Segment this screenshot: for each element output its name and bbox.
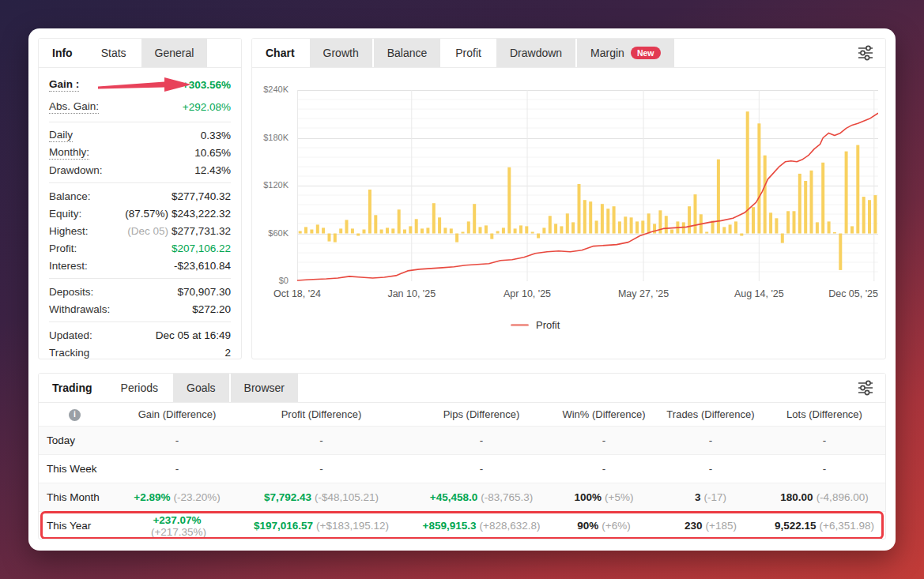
stat-label: Highest: [49,225,89,237]
profit-chart: $0$60K$120K$180K$240K Oct 18, '24Jan 10,… [252,68,885,359]
stat-row-gain: Gain :+303.56% [49,73,231,96]
table-row-this-week: This Week------ [39,454,885,483]
cell-value: +45,458.0 [430,491,477,503]
tabbar-spacer [676,39,886,67]
cell-difference: (-17) [704,491,727,503]
stat-value-prefix: (87.57%) [125,208,168,220]
tab-general[interactable]: General [141,39,208,67]
table-cell: - [762,434,886,446]
stat-label: Daily [49,129,73,142]
periods-table: iGain (Difference)Profit (Difference)Pip… [39,403,885,540]
tab-label: Growth [323,47,359,59]
stat-value: +292.08% [183,101,231,113]
y-axis-tick: $240K [252,85,289,94]
x-axis: Oct 18, '24Jan 10, '25Apr 10, '25May 27,… [297,288,878,301]
cell-value: - [480,434,484,446]
stat-group: Gain :+303.56%Abs. Gain:+292.08% [49,73,231,118]
tab-label: Goals [187,382,216,394]
cell-difference: (-$48,105.21) [315,491,379,503]
cell-value: - [602,434,606,446]
profit-line [297,113,878,280]
table-cell: - [228,434,414,446]
tab-drawdown[interactable]: Drawdown [496,39,575,67]
period-label: This Year [39,520,126,532]
stat-value: 2 [224,347,231,359]
stat-row-monthly: Monthly:10.65% [49,144,231,161]
table-cell: - [228,463,414,475]
chart-panel: ChartGrowthBalanceProfitDrawdownMarginNe… [251,38,886,359]
tab-label: Margin [590,47,624,59]
info-icon[interactable]: i [69,409,81,421]
stat-group: Updated:Dec 05 at 16:49Tracking2 [49,321,231,359]
tab-growth[interactable]: Growth [310,39,372,67]
period-label: This Month [39,491,126,503]
cell-difference: (+$183,195.12) [316,520,389,532]
tab-label: General [155,47,194,59]
stat-row-balance: Balance:$277,740.32 [49,187,231,205]
stat-value: 12.43% [194,164,231,176]
chart-settings-sliders-icon[interactable] [856,43,875,62]
tab-chart[interactable]: Chart [252,39,308,67]
cell-value: - [480,463,484,475]
cell-value: - [319,434,323,446]
table-row-this-year: This Year+237.07%(+217.35%)$197,016.57(+… [39,511,885,540]
table-settings-sliders-icon[interactable] [856,378,875,397]
stat-value-prefix: (Dec 05) [127,225,168,237]
table-cell: - [659,434,762,446]
cell-difference: (+185) [706,520,737,532]
tab-profit[interactable]: Profit [442,39,495,67]
stat-value: $272.20 [192,303,231,315]
cell-difference: (+5%) [605,491,633,503]
tab-label: Stats [101,47,126,59]
y-axis-tick: $60K [252,228,289,238]
cell-value: 9,522.15 [775,520,817,532]
periods-tabbar: TradingPeriodsGoalsBrowser [39,374,885,403]
table-header-row: iGain (Difference)Profit (Difference)Pip… [39,403,885,426]
new-badge: New [631,47,661,59]
tab-goals[interactable]: Goals [173,374,229,402]
cell-value: - [175,434,179,446]
x-axis-tick: Jan 10, '25 [387,288,436,299]
stats-tabbar: InfoStatsGeneral [39,39,241,68]
tab-periods[interactable]: Periods [107,374,172,402]
legend-line-swatch [511,324,529,326]
tab-balance[interactable]: Balance [374,39,441,67]
stat-label: Updated: [49,329,92,341]
cell-value: $197,016.57 [254,520,313,532]
tabbar-spacer [300,374,885,402]
table-row-this-month: This Month+2.89%(-23.20%)$7,792.43(-$48,… [39,483,885,511]
x-axis-tick: Dec 05, '25 [828,288,878,299]
stat-label: Gain : [49,78,79,92]
cell-value: 3 [695,491,701,503]
table-cell: - [414,463,549,475]
table-cell: 180.00(-4,896.00) [762,491,886,503]
stat-label: Interest: [49,260,88,272]
column-header-win: Win% (Difference) [549,408,659,420]
table-cell: +2.89%(-23.20%) [126,491,228,503]
column-header-lots: Lots (Difference) [762,408,886,420]
period-label: This Week [39,463,126,475]
table-cell: - [762,463,886,475]
tab-stats[interactable]: Stats [88,39,140,67]
cell-value: +237.07% [153,514,201,526]
table-cell: +859,915.3(+828,632.8) [414,520,549,532]
tab-margin[interactable]: MarginNew [577,39,673,67]
table-cell: 3(-17) [659,491,762,503]
stat-row-abs-gain: Abs. Gain:+292.08% [49,96,231,118]
stat-row-deposits: Deposits:$70,907.30 [49,283,231,300]
x-axis-tick: Apr 10, '25 [503,288,551,299]
stat-value: $70,907.30 [177,286,231,298]
cell-value: - [602,463,606,475]
stat-row-profit: Profit:$207,106.22 [49,239,231,257]
tab-trading[interactable]: Trading [39,374,106,402]
cell-value: +859,915.3 [423,520,477,532]
profit-bars [299,111,877,270]
table-cell: - [549,434,659,446]
x-axis-tick: Aug 14, '25 [734,288,784,299]
table-cell: - [126,463,228,475]
stat-value: -$23,610.84 [174,260,231,272]
tab-browser[interactable]: Browser [231,374,298,402]
chart-tabbar: ChartGrowthBalanceProfitDrawdownMarginNe… [252,39,885,68]
cell-value: - [823,434,827,446]
tab-info[interactable]: Info [39,39,86,67]
